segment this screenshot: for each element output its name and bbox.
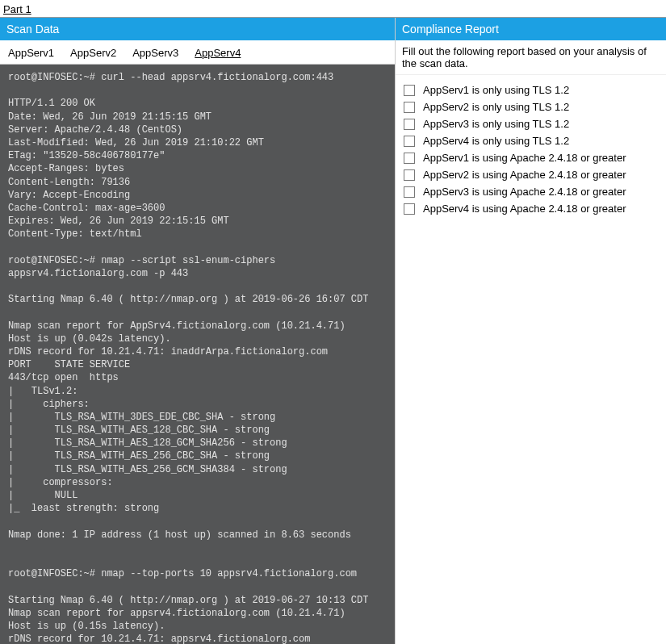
tab-appserv2[interactable]: AppServ2: [67, 45, 119, 61]
check-item: AppServ2 is only using TLS 1.2: [404, 98, 658, 115]
check-item: AppServ1 is using Apache 2.4.18 or great…: [404, 149, 658, 166]
check-item: AppServ3 is only using TLS 1.2: [404, 115, 658, 132]
server-tabs: AppServ1AppServ2AppServ3AppServ4: [0, 40, 395, 65]
tab-appserv4[interactable]: AppServ4: [191, 45, 244, 61]
checkbox[interactable]: [404, 119, 415, 130]
compliance-report-panel: Compliance Report Fill out the following…: [396, 18, 666, 644]
check-item-label: AppServ2 is only using TLS 1.2: [423, 101, 569, 113]
checkbox[interactable]: [404, 186, 415, 198]
instructions-text: Fill out the following report based on y…: [396, 40, 666, 75]
check-item-label: AppServ3 is only using TLS 1.2: [423, 118, 569, 130]
main-container: Scan Data AppServ1AppServ2AppServ3AppSer…: [0, 17, 666, 644]
scan-data-panel: Scan Data AppServ1AppServ2AppServ3AppSer…: [0, 18, 396, 644]
check-item-label: AppServ2 is using Apache 2.4.18 or great…: [423, 169, 626, 181]
checkbox[interactable]: [404, 153, 415, 164]
terminal-output: root@INFOSEC:~# curl --head appsrv4.fict…: [0, 65, 395, 644]
check-item-label: AppServ1 is only using TLS 1.2: [423, 84, 569, 96]
checkbox[interactable]: [404, 85, 415, 96]
scan-data-header: Scan Data: [0, 18, 395, 40]
compliance-report-header: Compliance Report: [396, 18, 666, 40]
check-item: AppServ4 is using Apache 2.4.18 or great…: [404, 200, 658, 217]
check-item: AppServ1 is only using TLS 1.2: [404, 82, 658, 98]
tab-appserv3[interactable]: AppServ3: [129, 45, 182, 61]
part-link[interactable]: Part 1: [0, 0, 36, 17]
check-item-label: AppServ4 is only using TLS 1.2: [423, 135, 569, 147]
check-item: AppServ2 is using Apache 2.4.18 or great…: [404, 166, 658, 183]
check-item-label: AppServ4 is using Apache 2.4.18 or great…: [423, 203, 626, 215]
check-item: AppServ3 is using Apache 2.4.18 or great…: [404, 183, 658, 200]
check-item-label: AppServ3 is using Apache 2.4.18 or great…: [423, 186, 626, 198]
compliance-checklist: AppServ1 is only using TLS 1.2AppServ2 i…: [396, 75, 666, 224]
checkbox[interactable]: [404, 169, 415, 181]
checkbox[interactable]: [404, 203, 415, 215]
check-item: AppServ4 is only using TLS 1.2: [404, 132, 658, 149]
check-item-label: AppServ1 is using Apache 2.4.18 or great…: [423, 152, 626, 164]
tab-appserv1[interactable]: AppServ1: [5, 45, 57, 61]
checkbox[interactable]: [404, 102, 415, 113]
checkbox[interactable]: [404, 136, 415, 147]
